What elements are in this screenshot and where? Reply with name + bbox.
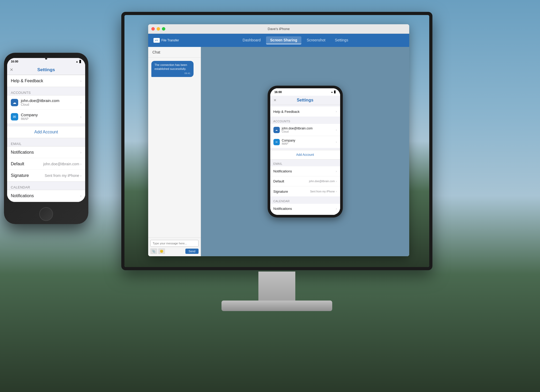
app-logo-icon: FT: [153, 38, 160, 43]
mirror-email-group: Notifications › Default john.doe@itbrain…: [270, 166, 340, 196]
chat-send-button[interactable]: Send: [185, 249, 199, 254]
add-account-button[interactable]: Add Account: [7, 126, 85, 138]
iphone-settings-title: Settings: [37, 67, 55, 72]
mirror-account-imap-row[interactable]: ✉ Company IMAP ›: [270, 136, 340, 148]
accounts-section-label: Accounts: [7, 89, 85, 95]
iphone-body: 16:00 ▲ ▊ ✕ Settings Help & Feedback ›: [4, 53, 88, 224]
account-cloud-name: john.doe@itbrain.com: [21, 98, 80, 103]
mirror-email-default-label: Default: [273, 179, 309, 183]
mirror-email-signature-chevron-icon: ›: [336, 190, 337, 193]
iphone-close-button[interactable]: ✕: [10, 67, 13, 72]
monitor-stand-neck: [258, 272, 295, 303]
chat-header: Chat: [148, 47, 201, 58]
mirror-help-label: Help & Feedback: [273, 110, 336, 114]
chat-attach-button[interactable]: 📎: [150, 248, 157, 254]
mirror-nav-bar: ✕ Settings: [270, 96, 340, 105]
mirror-email-signature-label: Signature: [273, 190, 310, 193]
mirror-close-icon[interactable]: ✕: [273, 98, 277, 102]
help-feedback-group: Help & Feedback ›: [7, 75, 85, 87]
mail-account-icon: ✉: [11, 113, 18, 120]
help-chevron-icon: ›: [80, 79, 81, 83]
mirror-imap-chevron-icon: ›: [336, 140, 337, 144]
mirror-add-account-button[interactable]: Add Account: [270, 150, 340, 159]
email-default-chevron-icon: ›: [80, 162, 81, 166]
nav-settings[interactable]: Settings: [331, 36, 353, 44]
toolbar: FT File Transfer Dashboard Screen Sharin…: [148, 34, 409, 47]
email-notifications-label: Notifications: [11, 150, 80, 155]
mirror-email-notifications-label: Notifications: [273, 169, 336, 173]
maximize-traffic-light[interactable]: [162, 27, 165, 31]
mirror-email-signature-value: Sent from my iPhone: [310, 190, 335, 193]
wifi-icon: ▲: [76, 60, 78, 63]
iphone-status-icons: ▲ ▊: [76, 60, 81, 63]
app-window: Dave's iPhone FT File Transfer Dashboard…: [148, 24, 409, 256]
email-signature-value: Sent from my iPhone: [45, 173, 79, 178]
mirror-email-header: Email: [270, 161, 340, 166]
chat-actions: 📎 🙂 Send: [150, 248, 199, 254]
iphone-time: 16:00: [11, 60, 18, 63]
mirror-accounts-header: Accounts: [270, 119, 340, 124]
account-cloud-chevron-icon: ›: [80, 100, 81, 105]
mirror-status-bar: 16:00 ▲ ▊: [270, 88, 340, 96]
account-cloud-row[interactable]: ☁ john.doe@itbrain.com Cloud ›: [7, 95, 85, 110]
calendar-notifications-label: Notifications: [11, 193, 80, 198]
calendar-group: Notifications › Default ›: [7, 190, 85, 202]
iphone-mirror-device: 16:00 ▲ ▊ ✕ Sett: [268, 86, 343, 217]
email-notifications-chevron-icon: ›: [80, 150, 81, 154]
mirror-mail-icon: ✉: [273, 139, 280, 145]
window-title: Dave's iPhone: [268, 27, 290, 31]
mirror-calendar-default-row[interactable]: Default ›: [270, 214, 340, 215]
mirror-wifi-icon: ▲: [331, 91, 333, 93]
help-feedback-row[interactable]: Help & Feedback ›: [7, 75, 85, 87]
mirror-account-cloud-row[interactable]: ☁ john.doe@itbrain.com Cloud ›: [270, 124, 340, 136]
mirror-email-default-row[interactable]: Default john.doe@itbrain.com ›: [270, 176, 340, 186]
accounts-group: ☁ john.doe@itbrain.com Cloud › ✉ Company…: [7, 95, 85, 124]
email-notifications-row[interactable]: Notifications ›: [7, 147, 85, 158]
mirror-email-default-chevron-icon: ›: [336, 180, 337, 183]
email-default-label: Default: [11, 162, 43, 166]
account-cloud-info: john.doe@itbrain.com Cloud: [21, 98, 80, 107]
iphone-nav-bar: ✕ Settings: [7, 65, 85, 75]
mirror-help-row[interactable]: Help & Feedback ›: [270, 107, 340, 117]
monitor-stand-base: [221, 301, 332, 311]
toolbar-nav: Dashboard Screen Sharing Screenshot Sett…: [187, 36, 404, 44]
mirror-calendar-notifications-chevron-icon: ›: [336, 207, 337, 211]
mirror-time: 16:00: [274, 90, 282, 94]
chat-messages: The connection has been established succ…: [148, 58, 201, 238]
app-logo-text: File Transfer: [161, 38, 179, 42]
monitor-screen: Dave's iPhone FT File Transfer Dashboard…: [124, 15, 429, 267]
close-traffic-light[interactable]: [151, 27, 155, 31]
iphone-device: 16:00 ▲ ▊ ✕ Settings Help & Feedback ›: [4, 53, 96, 232]
email-signature-row[interactable]: Signature Sent from my iPhone ›: [7, 170, 85, 181]
minimize-traffic-light[interactable]: [157, 27, 160, 31]
account-imap-type: IMAP: [21, 117, 80, 121]
chat-input-field[interactable]: [150, 240, 199, 247]
nav-screenshot[interactable]: Screenshot: [302, 36, 330, 44]
iphone-settings-screen: 16:00 ▲ ▊ ✕ Settings Help & Feedback ›: [7, 58, 85, 202]
mirror-account-cloud-type: Cloud: [282, 130, 336, 133]
chat-message-time: 09:41: [155, 72, 190, 75]
mirror-battery-icon: ▊: [334, 91, 336, 93]
nav-dashboard[interactable]: Dashboard: [238, 36, 265, 44]
mirror-calendar-group: Notifications › Default ›: [270, 204, 340, 215]
mirror-account-imap-info: Company IMAP: [282, 139, 336, 145]
cloud-account-icon: ☁: [11, 99, 18, 106]
email-group: Notifications › Default john.doe@itbrain…: [7, 146, 85, 182]
mirror-email-signature-row[interactable]: Signature Sent from my iPhone ›: [270, 186, 340, 196]
chat-input-area: 📎 🙂 Send: [148, 238, 201, 256]
mirror-calendar-notifications-row[interactable]: Notifications ›: [270, 204, 340, 214]
mirror-calendar-header: Calendar: [270, 199, 340, 204]
nav-screen-sharing[interactable]: Screen Sharing: [266, 36, 302, 44]
calendar-default-row[interactable]: Default ›: [7, 202, 85, 202]
mirror-email-notifications-chevron-icon: ›: [336, 170, 337, 173]
mirror-account-imap-type: IMAP: [282, 142, 336, 145]
email-signature-label: Signature: [11, 173, 45, 178]
account-imap-row[interactable]: ✉ Company IMAP ›: [7, 110, 85, 124]
iphone-home-button[interactable]: [39, 207, 53, 221]
calendar-notifications-row[interactable]: Notifications ›: [7, 190, 85, 202]
chat-emoji-button[interactable]: 🙂: [158, 248, 165, 254]
mirror-accounts-group: ☁ john.doe@itbrain.com Cloud ›: [270, 124, 340, 148]
mirror-email-notifications-row[interactable]: Notifications ›: [270, 166, 340, 176]
email-default-row[interactable]: Default john.doe@itbrain.com ›: [7, 158, 85, 170]
account-imap-chevron-icon: ›: [80, 115, 81, 119]
